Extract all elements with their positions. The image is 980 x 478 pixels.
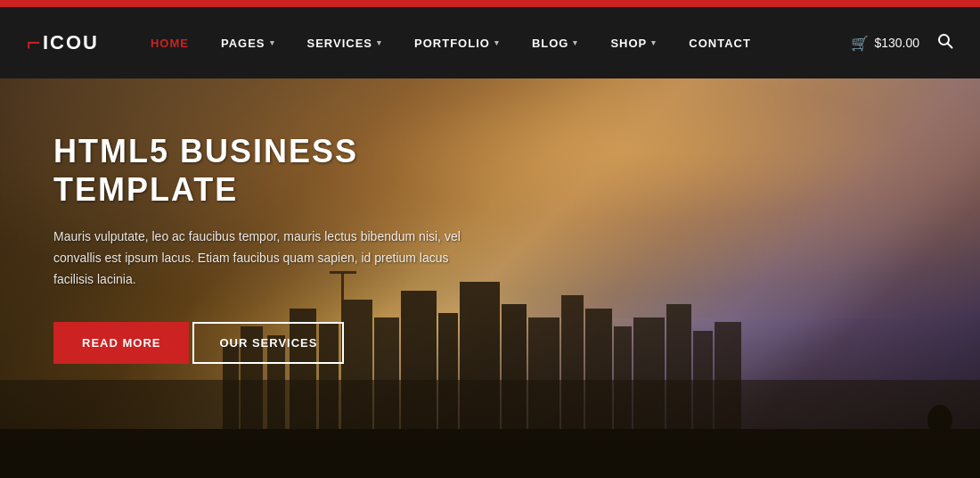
- hero-section: HTML5 BUSINESS TEMPLATE Mauris vulputate…: [0, 78, 980, 478]
- nav-item-home[interactable]: HOME: [135, 7, 205, 78]
- nav-item-blog[interactable]: BLOG ▾: [516, 7, 595, 78]
- nav-link-pages[interactable]: PAGES ▾: [205, 7, 291, 78]
- blog-dropdown-arrow: ▾: [573, 38, 578, 47]
- hero-title: HTML5 BUSINESS TEMPLATE: [53, 132, 499, 209]
- nav-link-shop[interactable]: SHOP ▾: [594, 7, 673, 78]
- nav-link-home[interactable]: HOME: [135, 7, 205, 78]
- main-navbar: ⌐ ICOU HOME PAGES ▾ SERVICES ▾ PORTFOLIO…: [0, 7, 980, 78]
- read-more-button[interactable]: READ MORE: [53, 322, 189, 364]
- svg-line-1: [948, 43, 952, 47]
- logo-bracket: ⌐: [27, 30, 41, 55]
- top-accent-bar: [0, 0, 980, 7]
- services-dropdown-arrow: ▾: [377, 38, 382, 47]
- nav-link-blog[interactable]: BLOG ▾: [516, 7, 595, 78]
- nav-right: 🛒 $130.00: [851, 33, 953, 54]
- hero-description: Mauris vulputate, leo ac faucibus tempor…: [53, 227, 481, 290]
- nav-item-shop[interactable]: SHOP ▾: [594, 7, 673, 78]
- nav-item-portfolio[interactable]: PORTFOLIO ▾: [398, 7, 516, 78]
- our-services-button[interactable]: OUR SERVICES: [192, 322, 344, 364]
- cart-amount: $130.00: [874, 36, 919, 50]
- nav-link-services[interactable]: SERVICES ▾: [291, 7, 399, 78]
- hero-content: HTML5 BUSINESS TEMPLATE Mauris vulputate…: [0, 78, 552, 400]
- nav-item-pages[interactable]: PAGES ▾: [205, 7, 291, 78]
- pages-dropdown-arrow: ▾: [270, 38, 275, 47]
- nav-link-portfolio[interactable]: PORTFOLIO ▾: [398, 7, 516, 78]
- portfolio-dropdown-arrow: ▾: [494, 38, 500, 47]
- search-icon[interactable]: [937, 33, 953, 54]
- nav-menu: HOME PAGES ▾ SERVICES ▾ PORTFOLIO ▾ BLOG…: [135, 7, 851, 78]
- nav-item-services[interactable]: SERVICES ▾: [291, 7, 399, 78]
- logo[interactable]: ⌐ ICOU: [27, 30, 99, 55]
- nav-item-contact[interactable]: CONTACT: [673, 7, 767, 78]
- shop-dropdown-arrow: ▾: [651, 38, 657, 47]
- cart-button[interactable]: 🛒 $130.00: [851, 35, 919, 52]
- nav-link-contact[interactable]: CONTACT: [673, 7, 767, 78]
- cart-icon: 🛒: [851, 35, 869, 52]
- logo-text: ICOU: [43, 31, 99, 54]
- hero-buttons: READ MORE OUR SERVICES: [53, 322, 499, 364]
